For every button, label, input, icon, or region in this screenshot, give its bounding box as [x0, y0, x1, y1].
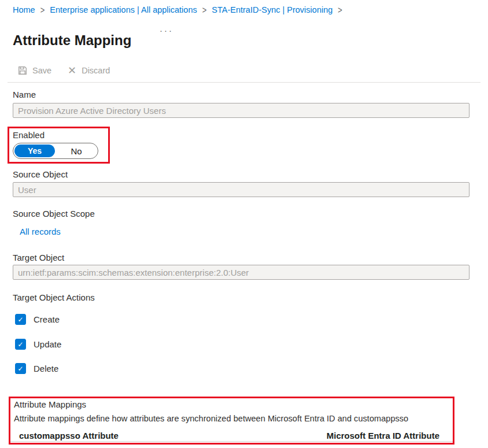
enabled-toggle[interactable]: Yes No [13, 143, 98, 159]
breadcrumb-link-sta-entraid-sync-provisioning[interactable]: STA-EntraID-Sync | Provisioning [212, 5, 332, 14]
page-title: Attribute Mapping [13, 32, 131, 49]
delete-checkbox-label: Delete [34, 364, 58, 373]
delete-checkbox[interactable]: ✓ [15, 363, 26, 374]
checkmark-icon: ✓ [17, 365, 23, 372]
breadcrumb-link-home[interactable]: Home [13, 5, 35, 14]
enabled-label: Enabled [13, 130, 45, 140]
column-header-microsoft-entra-id-attribute: Microsoft Entra ID Attribute [327, 431, 439, 440]
source-object-label: Source Object [13, 169, 68, 179]
discard-button-label: Discard [82, 66, 110, 75]
checkmark-icon: ✓ [17, 316, 23, 323]
update-checkbox[interactable]: ✓ [15, 339, 26, 350]
source-object-input[interactable] [13, 182, 469, 197]
discard-button[interactable]: ✕ Discard [68, 65, 110, 76]
breadcrumb-separator-icon: > [40, 5, 45, 16]
attribute-mapping-page: Home > Enterprise applications | All app… [0, 0, 488, 448]
create-checkbox[interactable]: ✓ [15, 314, 26, 325]
checkbox-row-update[interactable]: ✓ Update [15, 339, 61, 350]
breadcrumb-separator-icon: > [338, 5, 342, 16]
all-records-link[interactable]: All records [20, 227, 61, 236]
toolbar-divider [8, 82, 480, 83]
column-header-customappsso-attribute: customappsso Attribute [19, 431, 119, 440]
more-options-button[interactable]: ··· [160, 25, 173, 35]
breadcrumb-link-enterprise-applications[interactable]: Enterprise applications | All applicatio… [50, 5, 197, 14]
create-checkbox-label: Create [34, 314, 60, 324]
name-input[interactable] [13, 103, 469, 118]
breadcrumb-separator-icon: > [202, 5, 207, 16]
checkmark-icon: ✓ [17, 341, 23, 348]
breadcrumb: Home > Enterprise applications | All app… [13, 5, 342, 14]
attribute-mappings-header-underline [10, 441, 453, 442]
toggle-yes-option[interactable]: Yes [14, 145, 55, 157]
command-bar: Save ✕ Discard [18, 63, 110, 78]
checkbox-row-create[interactable]: ✓ Create [15, 314, 60, 325]
attribute-mappings-header-row: customappsso Attribute Microsoft Entra I… [19, 431, 439, 440]
save-icon [18, 66, 27, 75]
checkbox-row-delete[interactable]: ✓ Delete [15, 363, 58, 374]
toggle-no-option[interactable]: No [56, 145, 97, 157]
discard-x-icon: ✕ [68, 65, 76, 76]
target-object-actions-label: Target Object Actions [13, 293, 95, 302]
attribute-mappings-title: Attribute Mappings [14, 399, 86, 409]
target-object-label: Target Object [13, 253, 64, 262]
save-button-label: Save [32, 66, 51, 75]
source-object-scope-label: Source Object Scope [13, 209, 95, 219]
name-label: Name [13, 90, 36, 99]
update-checkbox-label: Update [34, 339, 61, 349]
attribute-mappings-description: Attribute mappings define how attributes… [14, 414, 408, 423]
target-object-input[interactable] [13, 265, 469, 280]
save-button[interactable]: Save [18, 66, 51, 75]
